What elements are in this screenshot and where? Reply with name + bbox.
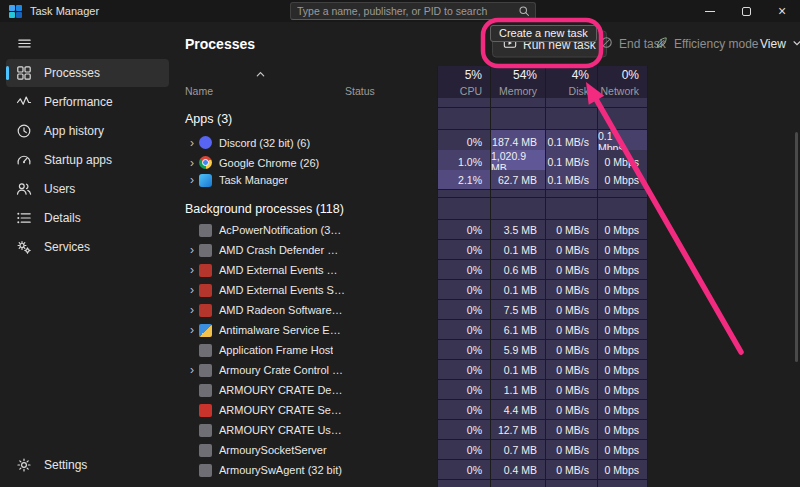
table-row[interactable]: ›Antimalware Service Executable0%6.1 MB0… [175,320,800,340]
network-cell: 0 Mbps [597,360,648,380]
sidebar-item-label: Startup apps [44,153,112,167]
table-row[interactable]: ›AMD Radeon Software (5)0%7.5 MB0 MB/s0 … [175,300,800,320]
column-header-memory[interactable]: Memory [490,83,545,98]
network-total-pct: 0% [597,66,648,83]
cpu-cell: 0% [437,440,490,460]
cpu-cell: 0% [437,220,490,240]
status-cell [345,220,437,240]
column-header-disk[interactable]: Disk [545,83,597,98]
sidebar-item-services[interactable]: Services [6,233,169,261]
defender-icon [199,324,212,337]
disk-cell: 0 MB/s [545,300,597,320]
table-row[interactable]: ›ArmourySocketServer0%0.7 MB0 MB/s0 Mbps [175,440,800,460]
settings-icon [16,457,32,473]
sidebar-item-performance[interactable]: Performance [6,88,169,116]
group-header-row[interactable]: Apps (3) [175,108,800,130]
menu-button[interactable] [6,28,42,58]
process-name: AMD External Events Client M... [219,264,345,276]
group-header-label: Background processes (118) [185,198,345,220]
disk-cell: 0 MB/s [545,260,597,280]
disk-cell: 0 MB/s [545,440,597,460]
expand-chevron-icon[interactable]: › [185,283,199,297]
scrollbar-thumb[interactable] [795,132,798,362]
process-name: Google Chrome (26) [219,157,319,169]
table-row[interactable]: ›AMD Crash Defender Service0%0.1 MB0 MB/… [175,240,800,260]
sidebar-item-settings[interactable]: Settings [6,451,169,479]
group-header-row[interactable]: Background processes (118) [175,198,800,220]
status-cell [345,170,437,190]
expand-chevron-icon[interactable]: › [185,323,199,337]
view-button[interactable]: View [760,37,800,51]
expand-chevron-icon[interactable]: › [185,136,199,150]
sidebar-item-app-history[interactable]: App history [6,117,169,145]
table-filler-row [175,98,800,108]
table-row[interactable]: ›Discord (32 bit) (6)0%187.4 MB0.1 MB/s0… [175,130,800,150]
collapse-all-chevron[interactable] [255,69,266,80]
sidebar-item-processes[interactable]: Processes [6,59,169,87]
sidebar-item-details[interactable]: Details [6,204,169,232]
memory-cell [490,108,545,130]
column-header-cpu[interactable]: CPU [437,83,490,98]
search-box[interactable] [290,2,536,20]
generic-icon [199,344,212,357]
disk-cell: 0 MB/s [545,340,597,360]
memory-cell [490,480,545,487]
table-row[interactable]: ›Task Manager2.1%62.7 MB0.1 MB/s0 Mbps [175,170,800,190]
disk-cell [545,480,597,487]
sidebar-item-users[interactable]: Users [6,175,169,203]
memory-cell: 0.4 MB [490,460,545,480]
table-header: 5% 54% 4% 0% Name Status CPU Memory Disk… [175,66,800,98]
maximize-button[interactable] [728,0,764,22]
close-button[interactable]: × [764,0,800,22]
network-cell: 0 Mbps [597,340,648,360]
disk-cell: 0 MB/s [545,280,597,300]
network-cell: 0 Mbps [597,400,648,420]
network-cell: 0 Mbps [597,440,648,460]
column-header-name[interactable]: Name [185,83,345,98]
sidebar-item-label: Performance [44,95,113,109]
table-row[interactable]: ›Application Frame Host0%5.9 MB0 MB/s0 M… [175,340,800,360]
column-header-network[interactable]: Network [597,83,648,98]
expand-chevron-icon[interactable]: › [185,173,199,187]
disk-cell: 0 MB/s [545,380,597,400]
expand-chevron-icon[interactable]: › [185,303,199,317]
discord-icon [199,136,212,149]
search-icon[interactable] [513,5,535,17]
status-cell [345,420,437,440]
table-row[interactable]: ›ARMOURY CRATE Service0%4.4 MB0 MB/s0 Mb… [175,400,800,420]
minimize-button[interactable] [692,0,728,22]
network-cell: 0 Mbps [597,260,648,280]
settings-label: Settings [44,458,87,472]
column-header-status[interactable]: Status [345,83,437,98]
cpu-cell: 0% [437,300,490,320]
table-row[interactable]: ›AcPowerNotification (32 bit)0%3.5 MB0 M… [175,220,800,240]
expand-chevron-icon[interactable]: › [185,243,199,257]
chrome-icon [199,156,212,169]
disk-cell [545,108,597,130]
table-row[interactable]: ›ArmourySwAgent (32 bit)0%0.4 MB0 MB/s0 … [175,460,800,480]
table-row[interactable]: ›Google Chrome (26)1.0%1,020.9 MB0.1 MB/… [175,150,800,170]
status-cell [345,400,437,420]
end-task-icon [600,36,613,52]
expand-chevron-icon[interactable]: › [185,263,199,277]
efficiency-mode-button[interactable]: Efficiency mode [655,36,759,52]
sidebar-item-label: Details [44,211,81,225]
expand-chevron-icon[interactable]: › [185,363,199,377]
table-row[interactable]: ›ARMOURY CRATE DenoiseAI0%1.1 MB0 MB/s0 … [175,380,800,400]
table-row[interactable]: ›AMD External Events Service ...0%0.1 MB… [175,280,800,300]
cpu-cell: 0% [437,380,490,400]
search-input[interactable] [291,5,513,17]
network-cell: 0 Mbps [597,170,648,190]
table-row[interactable]: ›ARMOURY CRATE User Sessio...0%12.7 MB0 … [175,420,800,440]
table-row[interactable]: ›Armoury Crate Control Interface0%0.1 MB… [175,360,800,380]
process-name: AcPowerNotification (32 bit) [219,224,345,236]
network-cell [597,108,648,130]
users-icon [16,181,32,197]
generic-icon [199,244,212,257]
disk-cell: 0 MB/s [545,220,597,240]
amd-icon [199,284,212,297]
cpu-cell [437,108,490,130]
table-row[interactable]: ›AMD External Events Client M...0%0.6 MB… [175,260,800,280]
expand-chevron-icon[interactable]: › [185,156,199,170]
sidebar-item-startup-apps[interactable]: Startup apps [6,146,169,174]
